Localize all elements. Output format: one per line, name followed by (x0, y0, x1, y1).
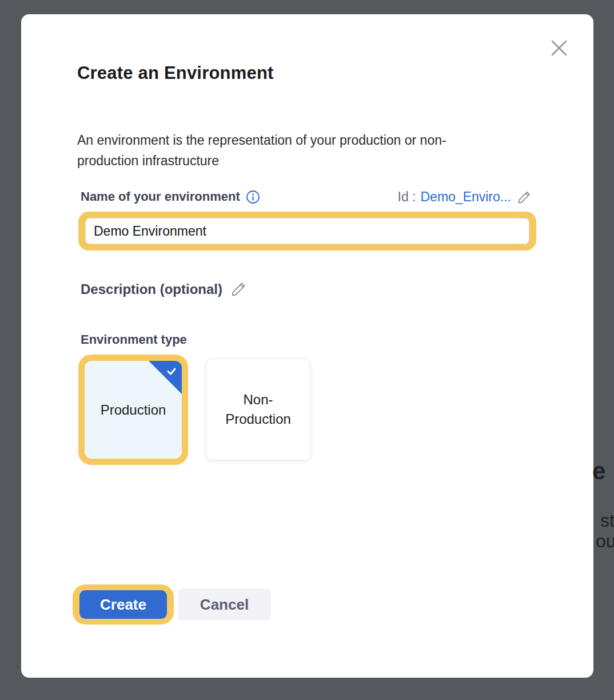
cutoff-text: ou (596, 531, 614, 552)
dialog-description: An environment is the representation of … (77, 130, 503, 171)
environment-name-input[interactable] (85, 218, 529, 244)
environment-type-option-non-production[interactable]: Non-Production (206, 359, 310, 460)
name-input-highlight (78, 212, 536, 250)
create-button-highlight: Create (73, 584, 174, 625)
non-production-option-label: Non-Production (221, 390, 296, 429)
edit-id-icon[interactable] (517, 190, 532, 205)
edit-description-icon[interactable] (230, 281, 247, 297)
description-label-row: Description (optional) (81, 281, 247, 297)
create-environment-dialog: Create an Environment An environment is … (21, 14, 593, 678)
environment-type-label: Environment type (81, 332, 187, 347)
close-button[interactable] (548, 37, 570, 59)
cutoff-text: st (600, 510, 614, 531)
environment-type-option-production[interactable]: Production (85, 361, 182, 459)
screen-backdrop: Create an Environment An environment is … (0, 0, 614, 700)
name-field-label: Name of your environment (81, 189, 240, 204)
info-icon[interactable] (246, 190, 260, 204)
environment-id-link[interactable]: Demo_Enviro... (420, 189, 511, 205)
close-icon (548, 37, 570, 59)
cancel-button[interactable]: Cancel (178, 588, 271, 621)
dialog-title: Create an Environment (77, 63, 274, 83)
id-prefix-label: Id : (398, 189, 416, 205)
production-card-highlight: Production (78, 355, 188, 465)
description-field-label: Description (optional) (81, 281, 222, 297)
environment-id-row: Id : Demo_Enviro... (398, 189, 532, 205)
cutoff-text: e (592, 458, 605, 485)
check-icon (165, 365, 178, 377)
production-option-label: Production (101, 400, 166, 420)
create-button[interactable]: Create (79, 590, 167, 619)
